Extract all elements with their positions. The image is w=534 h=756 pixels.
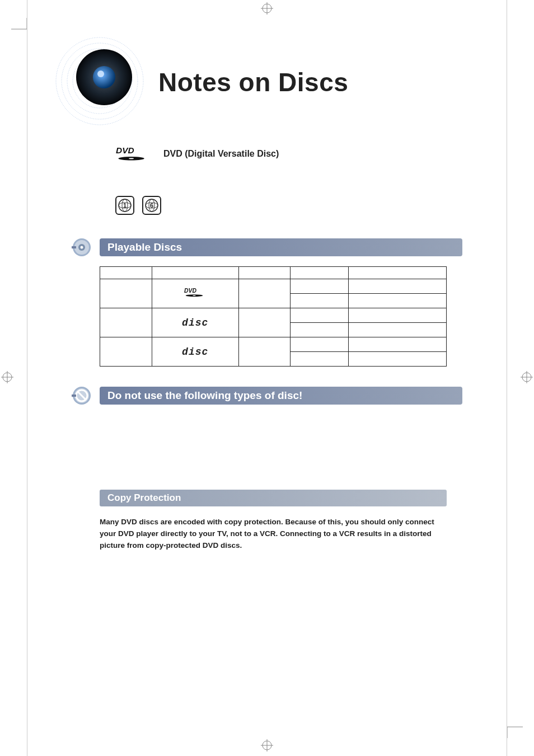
page-header: Notes on Discs xyxy=(72,34,462,129)
table-header-cell xyxy=(100,267,152,279)
svg-point-41 xyxy=(193,295,196,295)
table-cell xyxy=(238,308,291,337)
table-cell-logo: disc xyxy=(152,337,238,367)
section-do-not-use: Do not use the following types of disc! xyxy=(72,386,462,406)
registration-mark-top xyxy=(261,2,273,17)
table-header-cell xyxy=(152,267,238,279)
page-content: Notes on Discs DVD DVD (Digital Versatil… xyxy=(27,22,507,734)
globe-icon: 6 xyxy=(144,198,159,213)
table-cell xyxy=(100,337,152,367)
region-badge-row: 1 6 xyxy=(72,196,462,215)
disc-logo-text: disc xyxy=(182,317,208,328)
registration-mark-right xyxy=(521,371,533,386)
registration-mark-bottom xyxy=(261,739,273,754)
svg-rect-46 xyxy=(72,395,76,397)
svg-text:DVD: DVD xyxy=(184,288,196,294)
table-cell xyxy=(348,323,446,337)
table-cell xyxy=(100,308,152,337)
section-title: Do not use the following types of disc! xyxy=(100,387,462,405)
table-cell xyxy=(238,337,291,367)
table-cell xyxy=(348,337,446,352)
dvd-description: DVD (Digital Versatile Disc) xyxy=(163,149,279,159)
speaker-graphic xyxy=(55,34,150,129)
table-cell xyxy=(238,279,291,308)
svg-point-22 xyxy=(97,71,104,77)
dvd-heading-row: DVD DVD (Digital Versatile Disc) xyxy=(72,145,462,162)
registration-mark-left xyxy=(1,371,13,386)
page-title: Notes on Discs xyxy=(158,67,348,97)
subsection-copy-protection: Copy Protection xyxy=(100,490,447,506)
table-cell xyxy=(291,279,348,294)
table-cell xyxy=(291,337,348,352)
table-cell xyxy=(291,308,348,323)
disc-play-icon xyxy=(72,237,92,257)
table-cell xyxy=(100,279,152,308)
table-cell xyxy=(348,279,446,294)
disc-logo-text: disc xyxy=(182,346,208,358)
table-cell xyxy=(348,352,446,367)
svg-rect-38 xyxy=(72,246,76,248)
copy-protection-paragraph: Many DVD discs are encoded with copy pro… xyxy=(100,516,447,552)
table-cell-logo: disc xyxy=(152,308,238,337)
table-row: DVD xyxy=(100,279,447,294)
dvd-logo-icon: DVD xyxy=(182,286,209,299)
svg-text:DVD: DVD xyxy=(116,145,134,155)
table-header-cell xyxy=(348,267,446,279)
svg-point-21 xyxy=(93,66,115,88)
table-cell xyxy=(291,323,348,337)
table-cell xyxy=(348,308,446,323)
table-cell xyxy=(291,352,348,367)
dvd-logo-icon: DVD xyxy=(115,145,152,162)
playable-discs-table: DVD disc xyxy=(100,266,447,367)
table-header-row xyxy=(100,267,447,279)
svg-text:1: 1 xyxy=(123,202,127,209)
table-header-cell xyxy=(238,267,291,279)
svg-point-25 xyxy=(129,158,134,159)
no-disc-icon xyxy=(72,386,92,406)
region-badge-1: 1 xyxy=(115,196,134,215)
section-title: Playable Discs xyxy=(100,238,462,256)
section-playable-discs: Playable Discs xyxy=(72,237,462,257)
svg-text:6: 6 xyxy=(150,202,153,209)
table-header-cell xyxy=(291,267,348,279)
table-row: disc xyxy=(100,308,447,323)
table-row: disc xyxy=(100,337,447,352)
table-cell xyxy=(291,294,348,308)
table-cell-logo: DVD xyxy=(152,279,238,308)
table-cell xyxy=(348,294,446,308)
globe-icon: 1 xyxy=(118,198,132,213)
svg-point-37 xyxy=(81,246,83,249)
region-badge-6: 6 xyxy=(142,196,161,215)
